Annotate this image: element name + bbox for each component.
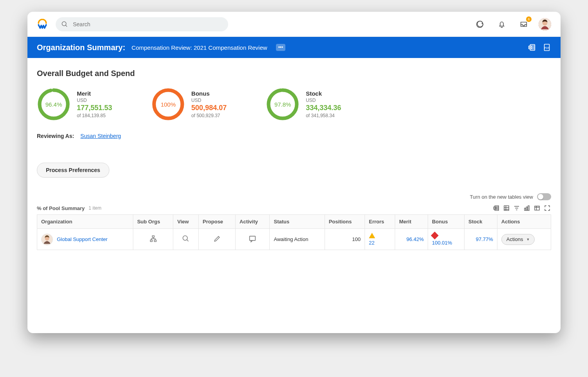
row-actions-button[interactable]: Actions ▼ <box>501 234 535 245</box>
activity-button[interactable] <box>248 238 257 244</box>
caret-down-icon: ▼ <box>526 237 530 241</box>
inbox-badge: 6 <box>526 16 532 22</box>
svg-text:PDF: PDF <box>544 47 550 49</box>
notifications-button[interactable] <box>495 17 509 31</box>
workday-logo[interactable] <box>37 19 48 30</box>
hierarchy-icon <box>149 235 157 243</box>
error-icon <box>431 232 439 239</box>
column-header[interactable]: View <box>173 215 199 229</box>
avatar-icon <box>42 234 53 245</box>
svg-rect-18 <box>524 208 526 210</box>
column-header[interactable]: Organization <box>37 215 133 229</box>
budget-amount: 334,334.36 <box>306 104 341 112</box>
search-input[interactable] <box>72 21 223 28</box>
excel-icon <box>493 205 500 212</box>
chat-button[interactable] <box>473 17 487 31</box>
budget-label: Bonus <box>191 90 227 97</box>
budget-pct: 100% <box>151 87 185 121</box>
search-bar[interactable] <box>56 17 228 31</box>
budget-label: Stock <box>306 90 341 97</box>
view-button[interactable] <box>182 238 190 244</box>
sub-orgs-button[interactable] <box>149 238 157 244</box>
svg-point-27 <box>183 236 188 241</box>
svg-rect-29 <box>250 236 256 241</box>
chat-icon <box>475 20 484 29</box>
errors-link[interactable]: 22 <box>369 240 374 246</box>
svg-rect-24 <box>152 236 154 237</box>
svg-point-0 <box>62 22 66 26</box>
inbox-button[interactable]: 6 <box>517 17 531 31</box>
budget-amount: 500,984.07 <box>191 104 227 112</box>
reviewing-as-label: Reviewing As: <box>37 133 74 139</box>
column-header[interactable]: Positions <box>325 215 365 229</box>
budget-card-bonus: 100% Bonus USD 500,984.07 of 500,929.37 <box>151 87 227 121</box>
table-grid-button[interactable] <box>503 204 510 212</box>
reviewing-as-link[interactable]: Susan Steinberg <box>80 133 121 139</box>
export-excel-icon <box>528 43 536 52</box>
table-columns-button[interactable] <box>533 204 541 212</box>
columns-icon <box>534 205 541 212</box>
column-header[interactable]: Activity <box>236 215 270 229</box>
filter-icon <box>513 205 520 212</box>
tables-toggle-label: Turn on the new tables view <box>470 194 533 200</box>
svg-rect-17 <box>504 206 509 210</box>
budget-pct: 96.4% <box>37 87 71 121</box>
process-preferences-button[interactable]: Process Preferences <box>37 163 109 178</box>
table-title: % of Pool Summary <box>37 205 85 211</box>
org-link[interactable]: Global Support Center <box>57 236 107 242</box>
budget-donut: 97.8% <box>266 87 299 121</box>
column-header[interactable]: Sub Orgs <box>133 215 173 229</box>
budget-donut: 96.4% <box>37 87 71 121</box>
export-pdf-button[interactable]: PDF <box>543 43 551 52</box>
propose-button[interactable] <box>213 238 221 244</box>
grid-icon <box>503 205 510 212</box>
bonus-cell[interactable]: 100.01% <box>432 233 452 246</box>
svg-rect-20 <box>528 206 529 210</box>
column-header[interactable]: Propose <box>199 215 236 229</box>
column-header[interactable]: Actions <box>497 215 551 229</box>
budget-currency: USD <box>306 98 341 103</box>
search-icon <box>61 21 68 28</box>
stock-link[interactable]: 97.77% <box>476 236 493 242</box>
page-subtitle: Compensation Review: 2021 Compensation R… <box>132 44 267 51</box>
budget-total: of 341,958.34 <box>306 113 341 118</box>
svg-line-28 <box>187 240 189 241</box>
svg-rect-25 <box>150 240 152 241</box>
svg-line-1 <box>65 25 67 27</box>
comment-icon <box>248 234 257 243</box>
bell-icon <box>497 20 506 29</box>
table-count: 1 item <box>89 205 102 211</box>
budget-total: of 500,929.37 <box>191 113 227 118</box>
budget-currency: USD <box>77 98 112 103</box>
related-actions-button[interactable]: ••• <box>276 44 286 51</box>
budget-card-stock: 97.8% Stock USD 334,334.36 of 341,958.34 <box>266 87 341 121</box>
table-row: Global Support Center Awaiting Action 10… <box>37 229 551 250</box>
svg-rect-26 <box>154 240 156 241</box>
budget-donut: 100% <box>151 87 185 121</box>
table-chart-button[interactable] <box>523 204 531 212</box>
table-export-excel-button[interactable] <box>492 204 500 212</box>
actions-label: Actions <box>506 236 523 242</box>
errors-cell[interactable]: 22 <box>369 233 375 246</box>
profile-avatar[interactable] <box>539 18 551 31</box>
export-pdf-icon: PDF <box>543 43 551 52</box>
column-header[interactable]: Errors <box>365 215 395 229</box>
budget-pct: 97.8% <box>266 87 299 121</box>
column-header[interactable]: Status <box>270 215 325 229</box>
budget-currency: USD <box>191 98 227 103</box>
column-header[interactable]: Bonus <box>428 215 464 229</box>
bonus-link[interactable]: 100.01% <box>432 240 452 246</box>
budget-total: of 184,139.85 <box>77 113 112 118</box>
magnify-icon <box>182 235 190 243</box>
merit-link[interactable]: 96.42% <box>407 236 424 242</box>
table-filter-button[interactable] <box>513 204 521 212</box>
warning-icon <box>369 233 375 238</box>
section-title: Overall Budget and Spend <box>37 69 551 78</box>
column-header[interactable]: Stock <box>465 215 497 229</box>
table-fullscreen-button[interactable] <box>543 204 551 212</box>
column-header[interactable]: Merit <box>395 215 428 229</box>
fullscreen-icon <box>544 205 551 212</box>
export-excel-button[interactable] <box>528 43 536 52</box>
tables-toggle[interactable] <box>537 193 551 200</box>
positions-cell: 100 <box>325 229 365 250</box>
